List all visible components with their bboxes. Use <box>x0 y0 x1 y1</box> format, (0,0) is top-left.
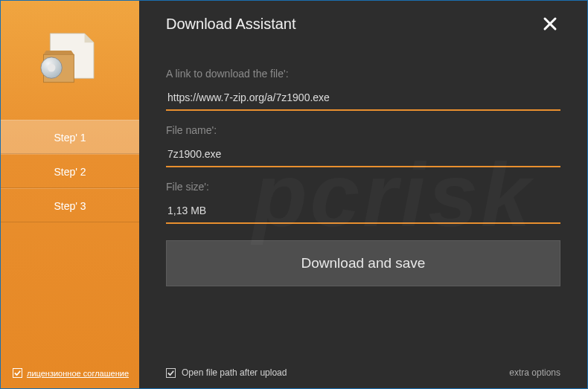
license-checkbox[interactable] <box>13 368 22 378</box>
svg-marker-3 <box>43 51 74 54</box>
close-button[interactable] <box>540 13 560 34</box>
link-label: A link to download the file': <box>166 68 560 80</box>
open-path-row: Open file path after upload <box>166 367 287 378</box>
filename-input[interactable] <box>166 145 560 167</box>
open-path-checkbox[interactable] <box>166 368 176 378</box>
installer-package-icon <box>36 27 103 86</box>
filename-field-group: File name': <box>166 124 560 167</box>
installer-icon-box <box>1 1 139 112</box>
link-input[interactable] <box>166 89 560 111</box>
license-row: лицензионное соглашение <box>13 368 132 378</box>
check-icon <box>167 369 175 377</box>
header: Download Assistant <box>166 1 560 47</box>
download-form: A link to download the file': File name'… <box>166 68 560 286</box>
download-assistant-window: Step' 1 Step' 2 Step' 3 лицензионное сог… <box>0 0 588 389</box>
filesize-label: File size': <box>166 181 560 193</box>
filename-label: File name': <box>166 124 560 136</box>
sidebar: Step' 1 Step' 2 Step' 3 лицензионное сог… <box>1 1 139 388</box>
extra-options-link[interactable]: extra options <box>509 367 560 378</box>
filesize-field-group: File size': <box>166 181 560 224</box>
check-icon <box>13 369 22 377</box>
close-icon <box>543 16 557 31</box>
footer: Open file path after upload extra option… <box>166 367 560 378</box>
svg-point-5 <box>48 64 56 72</box>
step-2[interactable]: Step' 2 <box>1 154 139 188</box>
download-save-button[interactable]: Download and save <box>166 240 560 286</box>
step-list: Step' 1 Step' 2 Step' 3 <box>1 120 139 222</box>
step-1[interactable]: Step' 1 <box>1 120 139 154</box>
filesize-input[interactable] <box>166 202 560 224</box>
license-link[interactable]: лицензионное соглашение <box>27 369 129 378</box>
window-title: Download Assistant <box>166 16 296 33</box>
main-panel: pcrisk Download Assistant A link to down… <box>139 1 587 388</box>
step-3[interactable]: Step' 3 <box>1 188 139 222</box>
open-path-label: Open file path after upload <box>182 367 287 378</box>
link-field-group: A link to download the file': <box>166 68 560 111</box>
